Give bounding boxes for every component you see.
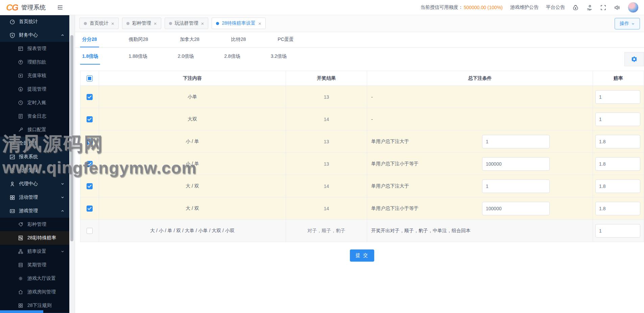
multiplier-tab-3-2[interactable]: 3.2倍场 [269,53,289,65]
sidebar-item-draw-period-management[interactable]: 奖期管理 [0,258,69,272]
row-checkbox[interactable] [87,206,93,212]
table-row: 大双 14 - [80,108,644,130]
condition-label: - [371,117,373,122]
platform-notice-link[interactable]: 平台公告 [546,4,565,10]
speaker-icon[interactable] [614,4,620,11]
multiplier-tabs: 1.8倍场 1.88倍场 2.0倍场 2.8倍场 3.2倍场 [75,48,644,65]
page-tab-home-stats[interactable]: 首页统计 × [79,18,119,29]
close-icon[interactable]: × [111,21,114,26]
sidebar-item-member-management[interactable]: 会员管理 [0,164,69,177]
moneybag-icon[interactable] [572,4,579,11]
odds-input[interactable] [595,157,640,171]
page-tab-play-group-management[interactable]: 玩法群管理 × [165,18,209,29]
table-settings-button[interactable] [624,52,644,66]
bet-content-cell: 大 / 双 [99,197,286,220]
tag-icon [18,222,24,227]
multiplier-tab-1-88[interactable]: 1.88倍场 [126,53,149,65]
credit-value: 500000.00 (100%) [464,5,503,10]
sidebar-item-report-management[interactable]: 报表管理 [0,42,69,55]
fullscreen-icon[interactable] [600,4,606,11]
bet-content-cell: 小 / 单 [99,130,286,153]
condition-label: 单用户总下注小于等于 [371,206,419,212]
odds-input[interactable] [595,113,640,126]
sidebar-item-game-room-management[interactable]: 游戏房间管理 [0,285,69,299]
sidebar-item-finance-center[interactable]: 财务中心 [0,28,69,42]
sidebar-item-scheduled-credit[interactable]: 定时入账 [0,96,69,110]
select-all-checkbox[interactable] [87,75,93,81]
condition-cell: 单用户总下注小于等于 [367,153,593,175]
sidebar-item-home-stats[interactable]: 首页统计 [0,15,69,28]
draw-result-cell: 13 [286,130,367,153]
tree-icon [18,249,24,255]
sidebar-item-funds-log[interactable]: 资金日志 [0,110,69,123]
table-row: 大 / 双 14 单用户总下注小于等于 [80,197,644,220]
odds-input[interactable] [595,224,640,238]
clock-icon [18,100,24,106]
condition-input[interactable] [482,202,550,215]
user-avatar[interactable] [628,2,639,13]
close-icon[interactable]: × [201,21,204,26]
content-scrollbar-track[interactable] [69,15,75,313]
agent-icon [9,181,15,187]
app-title: 管理系统 [21,3,46,11]
condition-cell: 单用户总下注大于 [367,130,593,153]
multiplier-tab-2-8[interactable]: 2.8倍场 [222,53,242,65]
sidebar-item-recharge-audit[interactable]: 充值审核 [0,69,69,82]
row-checkbox[interactable] [87,228,93,234]
bet-content-cell: 小 / 单 [99,153,286,175]
condition-label: 单用户总下注小于等于 [371,161,419,167]
row-checkbox[interactable] [87,94,93,100]
game-tab-pcdandan[interactable]: PC蛋蛋 [276,37,295,47]
submit-button[interactable]: 提 交 [350,249,374,262]
sidebar-item-game-management[interactable]: 游戏管理 [0,204,69,218]
game-tab-oregon28[interactable]: 俄勒冈28 [127,37,150,47]
row-checkbox[interactable] [87,116,93,122]
condition-input[interactable] [482,157,550,171]
sidebar-horizontal-scrollbar[interactable] [0,310,43,313]
sidebar-collapse-icon[interactable] [57,4,63,10]
sidebar-item-28-special-odds[interactable]: 28彩特殊赔率 [0,231,69,245]
sidebar-item-game-hall-settings[interactable]: 游戏大厅设置 [0,272,69,285]
table-row: 小单 13 - [80,86,644,108]
row-checkbox[interactable] [87,139,93,145]
odds-input[interactable] [595,135,640,148]
action-dropdown-button[interactable]: 操作 [615,18,640,29]
bet-content-cell: 大 / 双 [99,175,286,197]
sidebar-item-lottery-management[interactable]: 彩种管理 [0,218,69,231]
dashboard-icon [9,19,15,25]
page-tab-28-special-odds-settings[interactable]: 28特殊赔率设置 × [212,18,265,29]
close-icon[interactable]: × [154,21,157,26]
draw-result-cell: 13 [286,153,367,175]
table-row: 大 / 双 14 单用户总下注大于 [80,175,644,197]
content-scrollbar-thumb[interactable] [70,35,73,241]
hand-coin-icon[interactable] [586,4,593,11]
odds-input[interactable] [595,90,640,104]
draw-result-cell: 14 [286,197,367,220]
page-tab-lottery-management[interactable]: 彩种管理 × [122,18,161,29]
sidebar-item-withdraw-management[interactable]: 提现管理 [0,82,69,96]
row-checkbox[interactable] [87,183,93,189]
table-row: 小 / 单 13 单用户总下注小于等于 [80,153,644,175]
chevron-up-icon [61,33,65,37]
sidebar-item-activity-management[interactable]: 活动管理 [0,191,69,204]
sidebar-item-claim-deduction[interactable]: 理赔扣款 [0,55,69,69]
col-header-draw-result: 开奖结果 [286,71,367,86]
sidebar-item-odds-settings[interactable]: 赔率设置 [0,245,69,258]
multiplier-tab-1-8[interactable]: 1.8倍场 [80,53,100,65]
row-checkbox[interactable] [87,161,93,167]
sidebar-item-api-config[interactable]: 接口配置 [0,123,69,137]
maintenance-notice-link[interactable]: 游戏维护公告 [510,4,539,10]
game-tab-bit28[interactable]: 比特28 [229,37,248,47]
condition-input[interactable] [482,179,550,193]
gear-icon [18,276,24,282]
odds-input[interactable] [595,202,640,215]
sidebar-item-universal-agent[interactable]: 全民代理 [0,137,69,150]
condition-input[interactable] [482,135,550,148]
sidebar-item-report-system[interactable]: 报表系统 [0,150,69,164]
odds-input[interactable] [595,179,640,193]
sidebar-item-agent-center[interactable]: 代理中心 [0,177,69,191]
game-tab-fenfen28[interactable]: 分分28 [80,37,99,47]
multiplier-tab-2-0[interactable]: 2.0倍场 [176,53,196,65]
game-tab-canada28[interactable]: 加拿大28 [178,37,201,47]
close-icon[interactable]: × [258,21,261,26]
